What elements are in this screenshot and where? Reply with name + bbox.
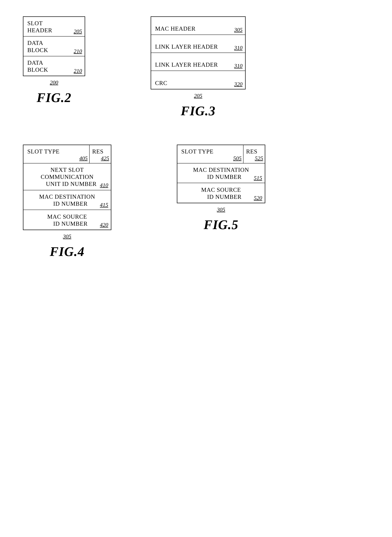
fig5-title: FIG.5 — [204, 217, 238, 232]
fig3-cell-4-label: CRC — [155, 79, 241, 87]
fig5-split-top: SLOT TYPE 505 RES 525 — [177, 145, 265, 163]
fig2-title: FIG.2 — [37, 90, 71, 105]
fig4-res-number: 425 — [101, 155, 109, 161]
fig4-cell-3: MAC DESTINATION ID NUMBER 415 — [23, 190, 111, 210]
fig3-cell-3: LINK LAYER HEADER 310 — [151, 53, 245, 71]
fig4-cell-4: MAC SOURCE ID NUMBER 420 — [23, 210, 111, 230]
fig4-ref: 305 — [63, 233, 71, 240]
fig5-cell-3-number: 520 — [254, 195, 262, 201]
top-row: SLOTHEADER 205 DATABLOCK 210 DATABLOCK 2… — [13, 16, 379, 118]
fig3-cell-4-number: 320 — [234, 81, 243, 87]
fig3-cell-2-label: LINK LAYER HEADER — [155, 43, 241, 50]
fig2-cell-2-label: DATABLOCK — [27, 39, 81, 54]
fig5-slot-type-number: 505 — [233, 155, 242, 161]
fig2-cell-2: DATABLOCK 210 — [23, 37, 85, 56]
fig4-split-top: SLOT TYPE 405 RES 425 — [23, 145, 111, 163]
fig5-split-right: RES 525 — [243, 145, 265, 163]
page: SLOTHEADER 205 DATABLOCK 210 DATABLOCK 2… — [0, 0, 392, 537]
fig4-split-left: SLOT TYPE 405 — [23, 145, 89, 163]
fig3-cell-1-label: MAC HEADER — [155, 25, 241, 32]
fig2-cell-2-number: 210 — [74, 48, 82, 54]
fig5-cell-2: MAC DESTINATION ID NUMBER 515 — [177, 163, 265, 183]
fig5-split-left: SLOT TYPE 505 — [177, 145, 243, 163]
fig2-diagram: SLOTHEADER 205 DATABLOCK 210 DATABLOCK 2… — [23, 16, 85, 76]
fig2-cell-1-label: SLOTHEADER — [27, 20, 81, 34]
fig3-cell-2: LINK LAYER HEADER 310 — [151, 35, 245, 53]
fig3-cell-3-number: 310 — [234, 63, 243, 69]
fig3-cell-3-label: LINK LAYER HEADER — [155, 61, 241, 68]
fig4-slot-type-label: SLOT TYPE — [27, 148, 85, 155]
fig5-diagram: SLOT TYPE 505 RES 525 MAC DESTINATION ID… — [177, 145, 265, 203]
bottom-row: SLOT TYPE 405 RES 425 NEXT SLOT COMMUNIC… — [13, 145, 379, 259]
fig5-slot-type-label: SLOT TYPE — [181, 148, 239, 155]
fig5-cell-3-label: MAC SOURCE ID NUMBER — [181, 186, 261, 201]
fig2-cell-3-label: DATABLOCK — [27, 59, 81, 73]
fig2-cell-1: SLOTHEADER 205 — [23, 17, 85, 37]
fig5-cell-2-label: MAC DESTINATION ID NUMBER — [181, 166, 261, 181]
fig3-cell-4: CRC 320 — [151, 71, 245, 89]
fig2-cell-1-number: 205 — [74, 28, 82, 35]
fig4-slot-type-number: 405 — [79, 155, 88, 161]
fig3-diagram: MAC HEADER 305 LINK LAYER HEADER 310 LIN… — [151, 16, 246, 89]
fig3-area: MAC HEADER 305 LINK LAYER HEADER 310 LIN… — [151, 16, 246, 118]
fig5-res-number: 525 — [255, 155, 263, 161]
fig5-area: SLOT TYPE 505 RES 525 MAC DESTINATION ID… — [177, 145, 265, 232]
fig4-cell-4-number: 420 — [100, 222, 108, 228]
fig5-cell-3: MAC SOURCE ID NUMBER 520 — [177, 183, 265, 203]
fig5-res-label: RES — [246, 148, 262, 155]
fig4-title: FIG.4 — [50, 244, 84, 259]
fig4-cell-2-number: 410 — [100, 182, 108, 188]
fig3-cell-1-number: 305 — [234, 27, 243, 33]
fig5-cell-2-number: 515 — [254, 175, 262, 181]
fig4-res-label: RES — [92, 148, 108, 155]
fig4-cell-2-label: NEXT SLOT COMMUNICATION UNIT ID NUMBER — [27, 166, 107, 188]
fig2-area: SLOTHEADER 205 DATABLOCK 210 DATABLOCK 2… — [23, 16, 85, 105]
fig5-ref: 305 — [217, 206, 225, 213]
fig2-ref: 200 — [50, 79, 58, 86]
fig3-cell-2-number: 310 — [234, 45, 243, 51]
fig4-split-right: RES 425 — [89, 145, 111, 163]
fig3-title: FIG.3 — [181, 103, 215, 118]
fig4-cell-2: NEXT SLOT COMMUNICATION UNIT ID NUMBER 4… — [23, 163, 111, 190]
fig3-cell-1: MAC HEADER 305 — [151, 17, 245, 35]
fig2-cell-3: DATABLOCK 210 — [23, 56, 85, 76]
fig3-ref: 205 — [194, 93, 202, 99]
fig4-diagram: SLOT TYPE 405 RES 425 NEXT SLOT COMMUNIC… — [23, 145, 111, 230]
fig4-cell-4-label: MAC SOURCE ID NUMBER — [27, 213, 107, 227]
fig4-cell-3-number: 415 — [100, 202, 108, 208]
fig2-cell-3-number: 210 — [74, 68, 82, 74]
fig4-cell-3-label: MAC DESTINATION ID NUMBER — [27, 193, 107, 207]
fig4-area: SLOT TYPE 405 RES 425 NEXT SLOT COMMUNIC… — [23, 145, 111, 259]
